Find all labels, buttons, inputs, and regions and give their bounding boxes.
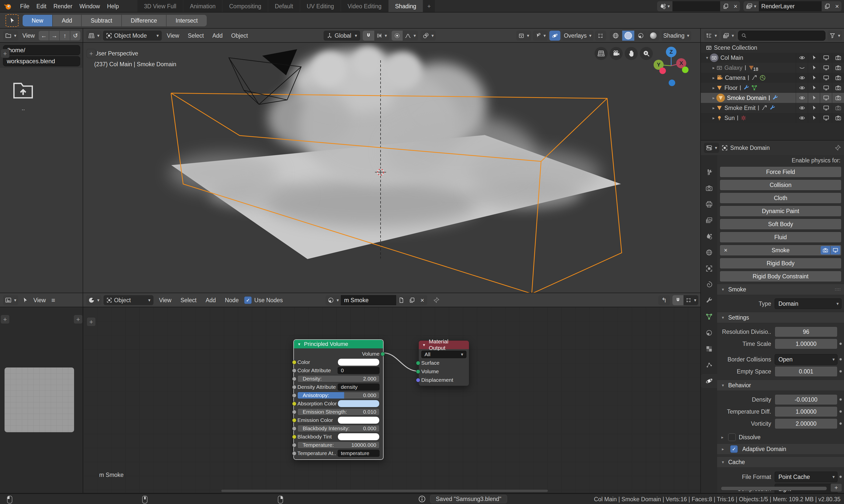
modifier-icon[interactable]: [772, 95, 778, 101]
animation-icon[interactable]: [751, 75, 757, 81]
node-material-output-header[interactable]: ▾ Material Output: [419, 341, 469, 349]
camera-data-icon[interactable]: [759, 74, 766, 81]
volume-input-socket[interactable]: [416, 370, 420, 374]
nav-forward-icon[interactable]: →: [49, 31, 59, 40]
color-attribute-input-socket[interactable]: [292, 368, 296, 373]
shader-editor-hscrollbar[interactable]: [221, 490, 548, 492]
anisotropy-slider[interactable]: Anisotropy:0.000: [297, 392, 380, 399]
soft-body-button[interactable]: Soft Body: [720, 219, 842, 230]
tab-animation[interactable]: Animation: [183, 0, 222, 13]
properties-hscrollbar[interactable]: [721, 486, 827, 490]
snap-toggle-icon[interactable]: [363, 31, 374, 41]
tab-render-icon[interactable]: [701, 181, 717, 195]
object-mode-dropdown[interactable]: Object Mode▾: [103, 31, 162, 41]
outliner-item-label[interactable]: Smoke Emit: [724, 105, 756, 111]
axis-gizmo[interactable]: Z Y X: [651, 44, 694, 87]
parent-folder-label[interactable]: ..: [22, 105, 25, 112]
expand-icon[interactable]: ▸: [711, 95, 716, 101]
animate-dot[interactable]: [840, 343, 842, 345]
temperature-input-socket[interactable]: [292, 443, 296, 447]
density-slider[interactable]: Density:2.000: [297, 375, 380, 382]
rigid-body-constraint-button[interactable]: Rigid Body Constraint: [720, 271, 842, 282]
menu-render[interactable]: Render: [50, 3, 76, 10]
image-editor-left-region-toggle[interactable]: +: [0, 315, 10, 324]
viewport-disable-toggle-icon[interactable]: [820, 93, 832, 103]
node-snap-toggle-icon[interactable]: [672, 295, 684, 305]
displacement-input-socket[interactable]: [416, 378, 420, 382]
menu-help[interactable]: Help: [104, 3, 122, 10]
temperature-attribute-input-socket[interactable]: [292, 451, 296, 455]
node-collapse-icon[interactable]: ▾: [296, 342, 302, 347]
viewport-disable-toggle-icon[interactable]: [820, 53, 832, 63]
blackbody-intensity-input-socket[interactable]: [292, 427, 296, 431]
render-disable-toggle-icon[interactable]: [832, 113, 844, 123]
outliner-item-label[interactable]: Scene Collection: [714, 44, 757, 51]
menu-file[interactable]: File: [17, 3, 33, 10]
active-tool-icon[interactable]: [5, 14, 19, 27]
animate-dot[interactable]: [840, 475, 842, 478]
tab-uv-editing[interactable]: UV Editing: [300, 0, 340, 13]
expand-icon[interactable]: ▾: [704, 55, 710, 60]
add-workspace-button[interactable]: +: [423, 0, 435, 13]
cache-panel-header[interactable]: ▾ Cache: [717, 456, 844, 468]
node-collapse-icon[interactable]: ▾: [421, 342, 427, 348]
animate-dot[interactable]: [840, 358, 842, 360]
hide-toggle-eye-icon[interactable]: [796, 53, 808, 63]
material-copy-icon[interactable]: [407, 295, 417, 305]
tab-shading[interactable]: Shading: [389, 0, 423, 13]
shading-dropdown[interactable]: Shading▾: [662, 31, 691, 41]
dissolve-row[interactable]: ▸ Dissolve: [720, 433, 842, 441]
toggle-ortho-button[interactable]: [595, 47, 608, 60]
settings-panel-header[interactable]: ▾ Settings: [717, 312, 844, 323]
material-new-icon[interactable]: [396, 295, 407, 305]
viewport-select-menu[interactable]: Select: [184, 32, 207, 39]
proportional-editing-toggle-icon[interactable]: [392, 31, 403, 41]
nav-up-icon[interactable]: ↑: [60, 31, 70, 40]
pin-id-icon[interactable]: [834, 145, 841, 151]
gizmo-neg-y-axis[interactable]: [682, 67, 688, 73]
render-disable-toggle-icon[interactable]: [832, 63, 844, 73]
outliner-row-smoke-emit[interactable]: ▸ Smoke Emit: [701, 103, 844, 113]
tab-compositing[interactable]: Compositing: [223, 0, 268, 13]
render-disable-toggle-icon[interactable]: [832, 83, 844, 93]
file-browser-editor-type-button[interactable]: ▾: [3, 31, 18, 41]
modifier-icon[interactable]: [743, 85, 749, 91]
dynamic-paint-button[interactable]: Dynamic Paint: [720, 205, 842, 217]
outliner-row-smoke-domain[interactable]: ▸ Smoke Domain: [701, 93, 844, 103]
tab-video-editing[interactable]: Video Editing: [341, 0, 388, 13]
image-editor-tool-icon[interactable]: [21, 297, 29, 303]
node-snap-target-dropdown[interactable]: ▾: [684, 295, 698, 305]
density-field[interactable]: -0.00100: [775, 394, 838, 405]
panel-drag-dots-icon[interactable]: ∷∷: [835, 287, 841, 292]
viewport-disable-toggle-icon[interactable]: [820, 103, 832, 113]
tab-world-icon[interactable]: [701, 246, 717, 259]
tab-view-layer-icon[interactable]: [701, 213, 717, 228]
selectable-toggle-icon[interactable]: [808, 113, 820, 123]
empty-space-field[interactable]: 0.001: [775, 366, 838, 377]
outliner-search-box[interactable]: [738, 31, 825, 41]
render-disable-toggle-icon[interactable]: [832, 53, 844, 63]
shading-solid-button[interactable]: [622, 31, 634, 41]
shading-material-button[interactable]: [635, 31, 647, 41]
hide-toggle-eye-icon[interactable]: [796, 113, 808, 123]
animation-icon[interactable]: [761, 105, 768, 111]
viewport-disable-toggle-icon[interactable]: [820, 83, 832, 93]
density-input-socket[interactable]: [292, 377, 296, 381]
report-info-icon[interactable]: [418, 495, 426, 503]
shader-view-menu[interactable]: View: [156, 297, 175, 304]
image-editor-menus-collapsed-icon[interactable]: ≡: [51, 296, 55, 304]
render-layer-icon[interactable]: ▾: [743, 1, 759, 11]
menu-edit[interactable]: Edit: [33, 3, 50, 10]
status-message[interactable]: Saved "Samsung3.blend": [430, 495, 507, 503]
shading-wireframe-button[interactable]: [610, 31, 622, 41]
expand-icon[interactable]: ▸: [711, 75, 716, 80]
animate-dot[interactable]: [840, 422, 842, 425]
hide-toggle-eye-icon[interactable]: [796, 93, 808, 103]
sun-light-data-icon[interactable]: [740, 115, 746, 121]
density-attribute-input-socket[interactable]: [292, 385, 296, 389]
proportional-falloff-dropdown[interactable]: ▾: [403, 31, 418, 41]
dissolve-expand-icon[interactable]: ▸: [720, 435, 725, 440]
anisotropy-input-socket[interactable]: [292, 393, 296, 398]
nav-back-icon[interactable]: ←: [39, 31, 49, 40]
shader-editor-body[interactable]: ▾ Principled Volume Volume Color Color A…: [83, 307, 701, 493]
